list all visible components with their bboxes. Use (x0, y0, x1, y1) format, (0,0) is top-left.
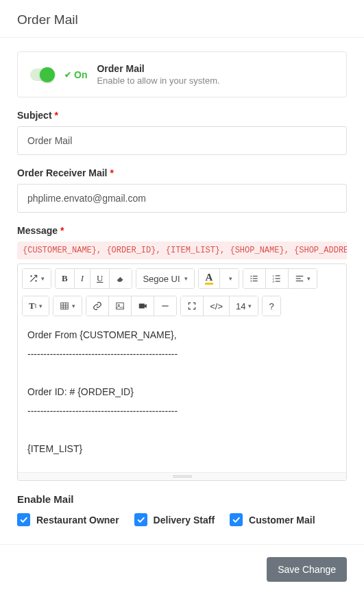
enable-mail-title: Enable Mail (17, 493, 347, 505)
toggle-subtitle: Enable to allow in your system. (97, 75, 219, 86)
help-button[interactable]: ? (263, 296, 280, 316)
check-label: Customer Mail (249, 515, 315, 526)
resize-handle[interactable] (18, 472, 346, 480)
underline-button[interactable]: U (90, 269, 110, 288)
svg-rect-9 (276, 275, 280, 276)
caret-icon: ▾ (41, 275, 45, 282)
placeholder-hints: {CUSTOMER_NAME}, {ORDER_ID}, {ITEM_LIST}… (17, 241, 347, 259)
editor-line (27, 461, 337, 472)
svg-rect-22 (117, 303, 124, 309)
editor-line: {ITEM_LIST} (27, 442, 337, 457)
toggle-status: ✔ On (64, 69, 87, 80)
checkbox-icon (230, 513, 243, 526)
caret-icon: ▾ (39, 303, 43, 309)
font-size-select[interactable]: 14▾ (230, 296, 258, 316)
italic-button[interactable]: I (75, 269, 90, 288)
svg-rect-17 (61, 303, 69, 309)
table-icon[interactable]: ▾ (53, 296, 82, 316)
editor-toolbar: ▾ B I U Segoe UI▾ (18, 264, 346, 318)
link-icon[interactable] (86, 296, 109, 316)
svg-rect-16 (296, 281, 304, 281)
svg-text:3: 3 (273, 280, 275, 283)
toggle-card: ✔ On Order Mail Enable to allow in your … (17, 51, 347, 97)
editor-line (27, 366, 337, 381)
svg-point-1 (36, 281, 36, 281)
code-view-button[interactable]: </> (204, 296, 230, 316)
hr-icon[interactable] (154, 296, 176, 316)
paragraph-align-icon[interactable]: ▾ (289, 269, 317, 288)
magic-icon[interactable]: ▾ (23, 269, 51, 288)
message-editor[interactable]: Order From {CUSTOMER_NAME},-------------… (18, 318, 346, 472)
unordered-list-icon[interactable] (243, 269, 266, 288)
check-label: Restaurant Owner (36, 515, 119, 526)
svg-rect-3 (253, 276, 258, 276)
font-name-select[interactable]: Segoe UI▾ (136, 269, 193, 288)
editor-line: ----------------------------------------… (27, 404, 337, 419)
bold-button[interactable]: B (56, 269, 75, 288)
subject-label: Subject * (17, 110, 347, 121)
enable-mail-options: Restaurant OwnerDelivery StaffCustomer M… (17, 513, 347, 526)
order-mail-toggle[interactable] (30, 69, 55, 81)
page-header: Order Mail (0, 0, 364, 38)
checkbox-icon (17, 513, 30, 526)
save-button[interactable]: Save Change (267, 557, 347, 582)
toggle-title: Order Mail (97, 63, 219, 74)
editor: ▾ B I U Segoe UI▾ (17, 263, 347, 481)
svg-rect-11 (276, 278, 280, 279)
subject-input[interactable] (17, 126, 347, 155)
font-color-button[interactable]: A (199, 269, 221, 288)
caret-icon: ▾ (229, 275, 232, 282)
editor-line: Order ID: # {ORDER_ID} (27, 385, 337, 400)
editor-line: Order From {CUSTOMER_NAME}, (27, 328, 337, 343)
svg-point-6 (251, 281, 252, 282)
enable-mail-option[interactable]: Customer Mail (230, 513, 315, 526)
toggle-text: Order Mail Enable to allow in your syste… (97, 63, 219, 86)
receiver-input[interactable] (17, 184, 347, 213)
svg-rect-7 (253, 281, 258, 281)
fullscreen-icon[interactable] (181, 296, 204, 316)
caret-icon: ▾ (72, 303, 75, 309)
svg-rect-24 (139, 304, 145, 309)
toggle-status-label: On (74, 69, 87, 80)
svg-rect-13 (276, 281, 280, 282)
eraser-icon[interactable] (110, 269, 132, 288)
caret-icon: ▾ (248, 303, 252, 309)
check-icon: ✔ (64, 70, 71, 80)
heading-button[interactable]: TI▾ (23, 296, 49, 316)
font-color-caret[interactable]: ▾ (220, 269, 239, 288)
footer: Save Change (0, 544, 364, 597)
svg-rect-5 (253, 278, 258, 279)
receiver-label: Order Receiver Mail * (17, 167, 347, 178)
image-icon[interactable] (109, 296, 132, 316)
svg-rect-14 (296, 276, 304, 276)
svg-rect-25 (162, 305, 169, 306)
required-asterisk: * (60, 225, 64, 236)
editor-line (27, 423, 337, 438)
enable-mail-option[interactable]: Restaurant Owner (17, 513, 119, 526)
svg-point-2 (251, 276, 252, 277)
message-label: Message * (17, 225, 347, 236)
required-asterisk: * (110, 167, 113, 178)
enable-mail-option[interactable]: Delivery Staff (134, 513, 215, 526)
check-label: Delivery Staff (154, 515, 215, 526)
caret-icon: ▾ (307, 275, 311, 282)
video-icon[interactable] (132, 296, 154, 316)
svg-point-4 (251, 278, 252, 279)
ordered-list-icon[interactable]: 123 (266, 269, 289, 288)
page-title: Order Mail (17, 12, 347, 27)
required-asterisk: * (54, 110, 58, 121)
svg-rect-15 (296, 278, 301, 279)
caret-icon: ▾ (184, 275, 188, 282)
editor-line: ----------------------------------------… (27, 347, 337, 362)
toggle-knob (40, 67, 55, 82)
checkbox-icon (134, 513, 147, 526)
svg-point-0 (31, 276, 32, 276)
